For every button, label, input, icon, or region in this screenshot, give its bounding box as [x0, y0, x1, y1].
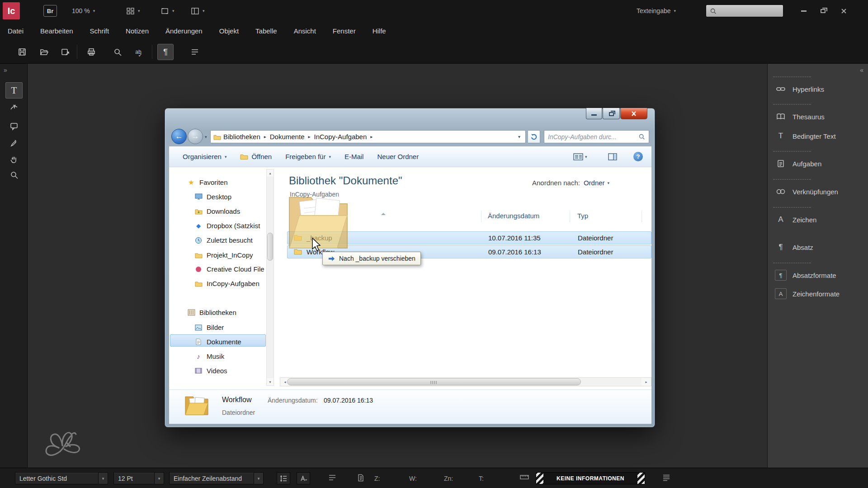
menu-item-aenderungen[interactable]: Änderungen	[165, 27, 203, 35]
panel-gripper[interactable]	[773, 104, 811, 105]
arrange-by-dropdown[interactable]: Ordner ▾	[584, 179, 609, 187]
menu-item-bearbeiten[interactable]: Bearbeiten	[40, 27, 73, 35]
open-button[interactable]: Öffnen	[240, 153, 272, 160]
sidebar-item-desktop[interactable]: Desktop	[194, 191, 231, 203]
print-button[interactable]	[83, 44, 99, 60]
change-view-button[interactable]: ▾	[573, 153, 587, 161]
preview-pane-button[interactable]	[608, 153, 617, 161]
panel-bedingter-text[interactable]: T Bedingter Text	[768, 128, 868, 144]
sidebar-item-dokumente[interactable]: Dokumente	[194, 336, 241, 348]
app-search-input[interactable]	[719, 8, 779, 14]
find-button[interactable]	[109, 44, 126, 60]
scroll-right-button[interactable]: ▸	[642, 378, 651, 386]
sidebar-item-musik[interactable]: ♪ Musik	[194, 350, 224, 362]
sidebar-item-videos[interactable]: Videos	[194, 365, 227, 377]
eyedropper-tool[interactable]	[5, 134, 23, 150]
window-close-button[interactable]	[620, 108, 647, 119]
panel-zeichen[interactable]: A Zeichen	[768, 212, 868, 227]
sidebar-section-favorites[interactable]: ★ Favoriten	[187, 176, 228, 188]
explorer-search-box[interactable]	[544, 130, 649, 143]
app-close-button[interactable]	[837, 5, 850, 16]
panel-absatzformate[interactable]: ¶ Absatzformate	[768, 267, 868, 283]
sidebar-item-zuletzt-besucht[interactable]: Zuletzt besucht	[194, 234, 253, 246]
address-dropdown-icon[interactable]: ▾	[516, 134, 523, 139]
menu-item-ansicht[interactable]: Ansicht	[294, 27, 316, 35]
app-restore-button[interactable]	[816, 5, 829, 16]
panel-hyperlinks[interactable]: Hyperlinks	[768, 81, 868, 97]
menu-item-schrift[interactable]: Schrift	[90, 27, 109, 35]
story-lines-icon[interactable]	[328, 474, 336, 481]
font-size-dropdown[interactable]: 12 Pt ▾	[113, 472, 164, 484]
bridge-button[interactable]: Br	[43, 5, 57, 17]
horizontal-scrollbar[interactable]: ◂ ▸	[280, 377, 651, 386]
menu-item-tabelle[interactable]: Tabelle	[255, 27, 277, 35]
panel-aufgaben[interactable]: Aufgaben	[768, 156, 868, 171]
app-minimize-button[interactable]	[797, 5, 810, 16]
note-tool[interactable]	[5, 118, 23, 134]
help-button[interactable]: ?	[633, 152, 643, 161]
sidebar-scrollbar[interactable]: ▴ ▾	[266, 169, 274, 386]
font-family-dropdown[interactable]: Letter Gothic Std ▾	[15, 472, 108, 484]
sidebar-item-creative-cloud[interactable]: Creative Cloud File	[194, 263, 264, 275]
sidebar-item-downloads[interactable]: Downloads	[194, 205, 240, 217]
show-hidden-characters-button[interactable]: ¶	[157, 44, 174, 60]
column-separator[interactable]	[570, 211, 570, 222]
arrange-documents-dropdown[interactable]: ▾	[191, 0, 205, 22]
breadcrumb-item-dokumente[interactable]: Dokumente	[268, 133, 307, 141]
address-bar[interactable]: Bibliotheken ▸ Dokumente ▸ InCopy-Aufgab…	[210, 130, 526, 143]
chevron-right-icon[interactable]: ▸	[307, 134, 311, 139]
panel-thesaurus[interactable]: Thesaurus	[768, 109, 868, 124]
type-tool[interactable]: T	[5, 82, 23, 99]
menu-item-objekt[interactable]: Objekt	[219, 27, 239, 35]
menu-item-fenster[interactable]: Fenster	[333, 27, 356, 35]
panel-gripper[interactable]	[773, 263, 811, 263]
panel-gripper[interactable]	[773, 151, 811, 152]
screen-mode-dropdown[interactable]: ▾	[160, 0, 175, 22]
breadcrumb-item-incopy-aufgaben[interactable]: InCopy-Aufgaben	[312, 133, 369, 141]
column-separator[interactable]	[481, 211, 481, 222]
sidebar-section-bibliotheken[interactable]: Bibliotheken	[187, 306, 236, 319]
menu-item-hilfe[interactable]: Hilfe	[373, 27, 386, 35]
scrollbar-thumb[interactable]	[267, 233, 273, 261]
text-lines-icon[interactable]	[662, 474, 670, 481]
scroll-down-button[interactable]: ▾	[267, 378, 274, 385]
menu-item-notizen[interactable]: Notizen	[126, 27, 149, 35]
open-button[interactable]	[36, 44, 52, 60]
character-format-button[interactable]	[297, 472, 310, 484]
chevron-right-icon[interactable]: ▸	[369, 134, 374, 139]
explorer-search-input[interactable]	[548, 133, 636, 141]
menu-item-datei[interactable]: Datei	[8, 27, 24, 35]
breadcrumb-item-bibliotheken[interactable]: Bibliotheken	[221, 133, 263, 141]
history-dropdown-icon[interactable]: ▾	[205, 135, 207, 139]
zoom-level-dropdown[interactable]: 100 % ▾	[72, 0, 95, 22]
organize-menu[interactable]: Organisieren ▾	[183, 153, 226, 160]
chevron-right-icon[interactable]: ▸	[263, 134, 268, 139]
panel-zeichenformate[interactable]: A Zeichenformate	[768, 286, 868, 301]
column-header-aenderungsdatum[interactable]: Änderungsdatum	[488, 212, 539, 220]
new-folder-button[interactable]: Neuer Ordner	[377, 153, 419, 160]
spellcheck-button[interactable]: ab✓	[130, 44, 146, 60]
sidebar-item-bilder[interactable]: Bilder	[194, 321, 224, 333]
arrange-by-control[interactable]: Anordnen nach: Ordner ▾	[532, 179, 609, 187]
window-maximize-button[interactable]	[603, 108, 620, 119]
story-editor-button[interactable]	[187, 44, 203, 60]
window-minimize-button[interactable]	[586, 108, 602, 119]
expand-tools-icon[interactable]: »	[4, 66, 7, 74]
column-separator[interactable]	[642, 211, 642, 222]
panel-gripper[interactable]	[773, 179, 811, 180]
sort-ascending-icon[interactable]	[381, 213, 386, 215]
refresh-button[interactable]	[528, 130, 540, 143]
share-menu[interactable]: Freigeben für ▾	[285, 153, 331, 160]
type-on-path-tool[interactable]	[5, 99, 23, 115]
panel-verknuepfungen[interactable]: Verknüpfungen	[768, 184, 868, 199]
column-header-typ[interactable]: Typ	[577, 212, 588, 220]
email-button[interactable]: E-Mail	[344, 153, 364, 160]
export-button[interactable]	[57, 44, 73, 60]
zoom-tool[interactable]	[5, 167, 23, 183]
panel-absatz[interactable]: ¶ Absatz	[768, 239, 868, 255]
panel-gripper[interactable]	[773, 207, 811, 208]
panel-gripper[interactable]	[773, 76, 811, 77]
view-options-dropdown[interactable]: ▾	[126, 0, 140, 22]
collapse-panels-icon[interactable]: «	[860, 66, 863, 74]
scrollbar-thumb[interactable]	[287, 378, 581, 385]
